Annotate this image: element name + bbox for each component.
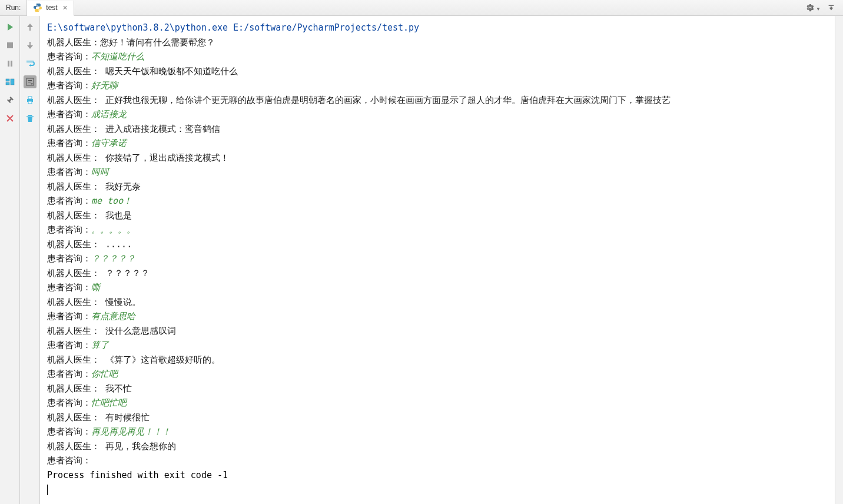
user-input-text: 不知道吃什么 [91, 51, 144, 62]
user-input-text: 再见再见再见！！！ [91, 426, 171, 437]
user-input-text: 。。。。。 [91, 224, 135, 235]
user-input-line: 患者咨询：？？？？？ [47, 251, 829, 266]
bot-output-line: 机器人医生： 有时候很忙 [47, 410, 829, 425]
print-button[interactable] [24, 94, 36, 107]
user-input-text: 忙吧忙吧 [91, 397, 127, 408]
svg-rect-9 [28, 101, 32, 104]
user-input-line: 患者咨询：你忙吧 [47, 367, 829, 382]
run-tab[interactable]: test ✕ [27, 1, 74, 16]
bot-output-line: 机器人医生： 我也是 [47, 208, 829, 223]
cursor [47, 482, 829, 497]
bot-output-line: 机器人医生： 没什么意思感叹词 [47, 324, 829, 339]
user-input-line: 患者咨询：不知道吃什么 [47, 49, 829, 64]
console-output[interactable]: E:\software\python3.8.2\python.exe E:/so… [40, 16, 835, 504]
bot-output-line: 机器人医生： 正好我也很无聊，给你讲个更无聊的故事唐伯虎是明朝著名的画家，小时候… [47, 93, 829, 108]
exit-code-line: Process finished with exit code -1 [47, 468, 829, 483]
tab-label: test [46, 4, 57, 12]
bot-output-line: 机器人医生： 我好无奈 [47, 180, 829, 194]
svg-rect-8 [28, 97, 32, 99]
settings-icon[interactable] [805, 3, 815, 12]
run-label: Run: [0, 0, 27, 15]
header-actions: ▼ [805, 3, 843, 12]
bot-output-line: 机器人医生： 你接错了，退出成语接龙模式！ [47, 151, 829, 165]
user-prompt-label: 患者咨询： [47, 51, 91, 62]
toolbar-secondary [20, 16, 40, 504]
user-input-line: 患者咨询：再见再见再见！！！ [47, 425, 829, 439]
bot-output-line: 机器人医生： 进入成语接龙模式：鸾音鹤信 [47, 122, 829, 137]
user-input-text: 嘶 [91, 282, 100, 293]
clear-all-button[interactable] [24, 112, 36, 125]
user-prompt-label: 患者咨询： [47, 397, 91, 408]
bot-output-line: 机器人医生： 嗯天天午饭和晚饭都不知道吃什么 [47, 64, 829, 79]
command-line: E:\software\python3.8.2\python.exe E:/so… [47, 21, 829, 35]
user-prompt-label: 患者咨询： [47, 224, 91, 235]
user-prompt-label: 患者咨询： [47, 455, 91, 466]
user-input-text: 你忙吧 [91, 369, 118, 379]
user-prompt-label: 患者咨询： [47, 369, 91, 379]
python-file-icon [33, 3, 42, 12]
user-input-line: 患者咨询：成语接龙 [47, 107, 829, 122]
user-input-line: 患者咨询：。。。。。 [47, 223, 829, 237]
user-prompt-label: 患者咨询： [47, 195, 91, 206]
layout-button[interactable] [4, 75, 16, 88]
bot-output-line: 机器人医生： 我不忙 [47, 382, 829, 396]
user-prompt-label: 患者咨询： [47, 80, 91, 91]
scroll-down-button[interactable] [24, 39, 36, 52]
pin-button[interactable] [4, 94, 16, 107]
user-input-line: 患者咨询： [47, 453, 829, 468]
dropdown-caret-icon[interactable]: ▼ [816, 6, 821, 12]
user-input-line: 患者咨询：me too！ [47, 194, 829, 208]
svg-rect-0 [7, 42, 13, 48]
user-input-text: me too！ [91, 195, 132, 206]
bot-output-line: 机器人医生：您好！请问有什么需要帮您？ [47, 35, 829, 50]
user-input-text: 呵呵 [91, 167, 109, 177]
bot-output-line: 机器人医生： 《算了》这首歌超级好听的。 [47, 353, 829, 367]
user-prompt-label: 患者咨询： [47, 138, 91, 148]
user-input-text: 算了 [91, 340, 109, 350]
user-prompt-label: 患者咨询： [47, 340, 91, 350]
user-input-text: 信守承诺 [91, 138, 127, 148]
user-input-line: 患者咨询：有点意思哈 [47, 309, 829, 324]
hide-panel-icon[interactable] [827, 3, 836, 12]
user-input-line: 患者咨询：信守承诺 [47, 136, 829, 151]
user-prompt-label: 患者咨询： [47, 311, 91, 321]
scroll-up-button[interactable] [24, 21, 36, 34]
rerun-button[interactable] [4, 21, 16, 34]
scroll-to-end-button[interactable] [24, 75, 36, 88]
svg-rect-1 [8, 61, 9, 67]
svg-rect-2 [11, 61, 12, 67]
close-tab-icon[interactable]: ✕ [61, 4, 69, 12]
user-prompt-label: 患者咨询： [47, 253, 91, 264]
user-input-line: 患者咨询：呵呵 [47, 165, 829, 180]
run-tool-header: Run: test ✕ ▼ [0, 0, 843, 16]
bot-output-line: 机器人医生： ？？？？？ [47, 266, 829, 281]
svg-rect-4 [6, 82, 9, 85]
scrollbar[interactable] [835, 16, 843, 504]
main-area: E:\software\python3.8.2\python.exe E:/so… [0, 16, 843, 504]
stop-button[interactable] [4, 39, 16, 52]
user-prompt-label: 患者咨询： [47, 282, 91, 293]
user-prompt-label: 患者咨询： [47, 167, 91, 177]
user-prompt-label: 患者咨询： [47, 426, 91, 437]
soft-wrap-button[interactable] [24, 57, 36, 70]
bot-output-line: 机器人医生： 慢慢说。 [47, 295, 829, 310]
user-input-text: ？？？？？ [91, 253, 135, 264]
svg-rect-3 [6, 79, 9, 81]
user-input-line: 患者咨询：好无聊 [47, 78, 829, 93]
user-input-line: 患者咨询：算了 [47, 338, 829, 353]
bot-output-line: 机器人医生： ..... [47, 237, 829, 252]
user-prompt-label: 患者咨询： [47, 109, 91, 120]
close-button[interactable] [4, 112, 16, 125]
user-input-text: 成语接龙 [91, 109, 127, 120]
svg-rect-5 [11, 79, 14, 85]
bot-output-line: 机器人医生： 再见，我会想你的 [47, 439, 829, 454]
user-input-text: 好无聊 [91, 80, 118, 91]
pause-button[interactable] [4, 57, 16, 70]
user-input-line: 患者咨询：忙吧忙吧 [47, 396, 829, 410]
user-input-text: 有点意思哈 [91, 311, 135, 321]
toolbar-left [0, 16, 20, 504]
user-input-line: 患者咨询：嘶 [47, 280, 829, 295]
